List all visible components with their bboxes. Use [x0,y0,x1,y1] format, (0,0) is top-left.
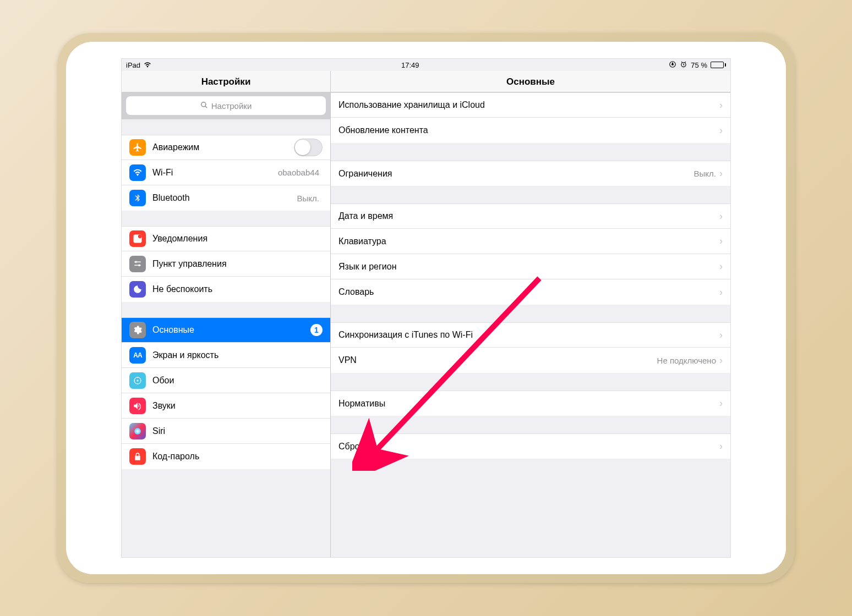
sidebar-item-label: Звуки [152,401,323,411]
svg-point-7 [138,264,140,266]
detail-row[interactable]: Сброс› [331,433,730,459]
sidebar-item-dnd[interactable]: Не беспокоить [122,277,330,302]
alarm-icon [680,61,687,70]
detail-row-label: Словарь [338,287,719,297]
sidebar-item-label: Экран и яркость [152,350,323,360]
chevron-right-icon: › [719,168,723,179]
chevron-right-icon: › [719,441,723,452]
detail-row-label: VPN [338,355,657,365]
detail-row[interactable]: Словарь› [331,279,730,305]
siri-icon [129,423,146,439]
status-time: 17:49 [401,61,419,69]
chevron-right-icon: › [719,261,723,272]
dnd-icon [129,281,146,298]
detail-row-value: Не подключено [657,356,716,365]
screen: iPad 17:49 75 % Настройки [121,58,731,558]
detail-row-label: Синхронизация с iTunes по Wi-Fi [338,330,719,340]
detail-row[interactable]: Нормативы› [331,391,730,416]
svg-point-4 [138,235,142,239]
settings-sidebar: Настройки Настройки АвиарежимWi-Fiobaoba… [122,71,331,557]
bluetooth-icon [129,190,146,206]
passcode-icon [129,448,146,465]
wifi-icon [144,61,151,69]
chevron-right-icon: › [719,125,723,136]
sidebar-item-label: Основные [152,325,307,335]
search-container: Настройки [122,92,330,119]
sidebar-item-display[interactable]: AAЭкран и яркость [122,343,330,368]
svg-point-2 [201,102,205,106]
svg-rect-8 [134,261,141,262]
badge: 1 [310,324,323,336]
status-bar: iPad 17:49 75 % [122,59,730,71]
sidebar-item-label: Siri [152,426,323,436]
sidebar-item-general[interactable]: Основные1 [122,317,330,343]
detail-row[interactable]: ОграниченияВыкл.› [331,161,730,186]
display-icon: AA [129,347,146,364]
chevron-right-icon: › [719,235,723,247]
detail-row[interactable]: VPNНе подключено› [331,348,730,373]
svg-point-11 [134,428,141,435]
sidebar-item-label: Обои [152,376,323,386]
detail-row-label: Обновление контента [338,125,719,135]
sidebar-item-value: obaobab44 [278,168,319,177]
sidebar-item-siri[interactable]: Siri [122,419,330,444]
sidebar-item-wifi[interactable]: Wi-Fiobaobab44 [122,160,330,185]
detail-row-value: Выкл. [694,169,716,178]
sidebar-item-bluetooth[interactable]: BluetoothВыкл. [122,185,330,211]
sounds-icon [129,398,146,414]
sidebar-item-control[interactable]: Пункт управления [122,251,330,277]
airplane-icon [129,139,146,156]
search-input[interactable]: Настройки [126,96,326,115]
device-label: iPad [126,61,140,69]
sidebar-item-passcode[interactable]: Код-пароль [122,444,330,469]
airplane-toggle[interactable] [294,139,323,156]
detail-row-label: Сброс [338,442,719,452]
orientation-lock-icon [669,61,676,70]
search-placeholder: Настройки [211,101,252,111]
detail-row[interactable]: Обновление контента› [331,118,730,143]
chevron-right-icon: › [719,100,723,111]
sidebar-item-sounds[interactable]: Звуки [122,393,330,419]
wifi-icon [129,164,146,181]
battery-icon [711,62,726,68]
detail-row[interactable]: Использование хранилища и iCloud› [331,92,730,118]
sidebar-item-label: Авиарежим [152,142,294,152]
chevron-right-icon: › [719,329,723,341]
detail-row-label: Клавиатура [338,237,719,246]
detail-row[interactable]: Клавиатура› [331,229,730,254]
sidebar-item-label: Уведомления [152,234,323,244]
notif-icon [129,230,146,247]
sidebar-item-wallpaper[interactable]: Обои [122,368,330,393]
general-icon [129,322,146,338]
sidebar-item-label: Не беспокоить [152,284,323,294]
battery-pct: 75 % [691,61,707,69]
sidebar-item-notifications[interactable]: Уведомления [122,226,330,251]
detail-row[interactable]: Язык и регион› [331,254,730,279]
detail-pane: Основные Использование хранилища и iClou… [331,71,730,557]
detail-title: Основные [331,71,730,92]
sidebar-title: Настройки [122,71,330,92]
control-icon [129,256,146,272]
ipad-frame: iPad 17:49 75 % Настройки [57,33,795,583]
sidebar-item-airplane[interactable]: Авиарежим [122,135,330,160]
search-icon [200,101,208,111]
detail-row-label: Ограничения [338,169,694,179]
sidebar-item-label: Wi-Fi [152,168,278,178]
chevron-right-icon: › [719,287,723,298]
chevron-right-icon: › [719,211,723,222]
sidebar-item-label: Bluetooth [152,193,297,203]
sidebar-item-label: Код-пароль [152,452,323,461]
chevron-right-icon: › [719,355,723,366]
detail-row[interactable]: Дата и время› [331,204,730,229]
detail-row-label: Нормативы [338,399,719,409]
sidebar-item-value: Выкл. [297,194,319,203]
detail-row-label: Использование хранилища и iCloud [338,100,719,110]
sidebar-item-label: Пункт управления [152,259,323,269]
detail-row[interactable]: Синхронизация с iTunes по Wi-Fi› [331,322,730,348]
svg-point-10 [137,380,139,381]
chevron-right-icon: › [719,398,723,409]
detail-row-label: Язык и регион [338,262,719,272]
wallpaper-icon [129,372,146,389]
detail-row-label: Дата и время [338,211,719,221]
